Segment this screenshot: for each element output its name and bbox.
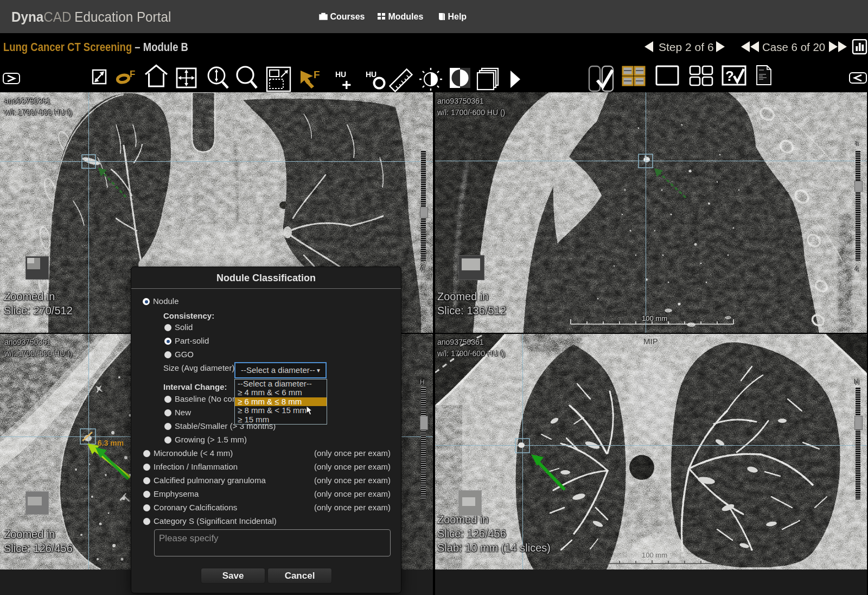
svg-text:HU: HU <box>366 70 376 79</box>
svg-text:Step 2 of 6: Step 2 of 6 <box>659 41 714 53</box>
svg-text:F: F <box>130 69 135 79</box>
svg-text:Case 6 of 20: Case 6 of 20 <box>762 41 825 53</box>
svg-text:+: + <box>342 75 352 92</box>
svg-text:?: ? <box>725 68 734 84</box>
svg-text:F: F <box>314 69 320 80</box>
